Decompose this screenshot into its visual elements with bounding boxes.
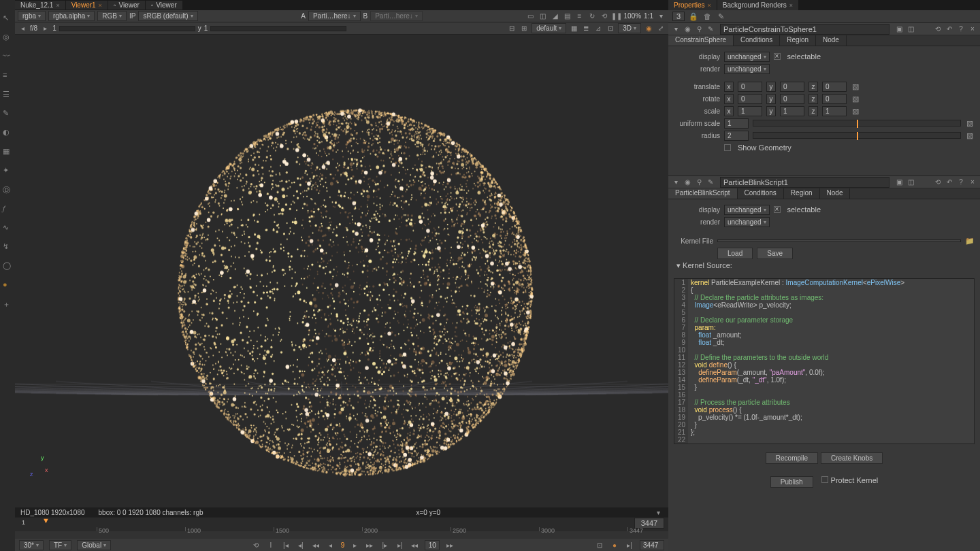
channel-dropdown[interactable]: rgba xyxy=(18,11,46,21)
anim-icon[interactable]: ▧ xyxy=(965,118,975,128)
nt-region[interactable]: Region xyxy=(784,188,820,199)
curve-icon[interactable]: 〰 xyxy=(3,52,12,61)
sync-icon[interactable]: ⟲ xyxy=(600,12,609,21)
find-icon[interactable]: ⚲ xyxy=(694,178,704,187)
nt-conditions[interactable]: Conditions xyxy=(738,188,784,199)
bolt-icon[interactable]: ↯ xyxy=(3,242,12,252)
enable-icon[interactable]: ◉ xyxy=(683,24,692,34)
lines-icon[interactable]: ≡ xyxy=(575,12,585,21)
lut-dropdown[interactable]: sRGB (default) xyxy=(138,11,197,21)
layer-dropdown[interactable]: rgba.alpha xyxy=(48,11,95,21)
skip-value[interactable]: 10 xyxy=(425,540,440,550)
sx-field[interactable]: 1 xyxy=(738,106,762,116)
ry-field[interactable]: 0 xyxy=(780,94,804,104)
wave-icon[interactable]: ∿ xyxy=(3,223,12,233)
uscale-slider[interactable] xyxy=(753,120,961,127)
tab-viewer3[interactable]: ◦ Viewer xyxy=(146,1,183,10)
enable-icon[interactable]: ◉ xyxy=(683,178,692,187)
handles-icon[interactable]: ⊡ xyxy=(606,24,615,33)
cube-icon[interactable]: ▦ xyxy=(3,147,12,156)
display-dropdown[interactable]: unchanged xyxy=(724,52,770,62)
ratio-value[interactable]: 1:1 xyxy=(644,12,653,20)
wipe-icon[interactable]: ▭ xyxy=(526,12,536,21)
chevron-down-icon[interactable]: ▾ xyxy=(671,178,681,187)
undo-icon[interactable]: ↶ xyxy=(945,178,954,187)
exposure-slider[interactable] xyxy=(59,26,195,31)
proxy-dropdown[interactable]: default xyxy=(532,23,566,33)
grid-icon[interactable]: ⊞ xyxy=(519,24,529,33)
kernel-source-editor[interactable]: 1kernel ParticleExampleKernel : ImageCom… xyxy=(674,278,975,444)
gamma-slider[interactable] xyxy=(210,26,346,31)
chevron-down-icon[interactable]: ▾ xyxy=(653,507,663,517)
anim-icon[interactable]: ▧ xyxy=(851,94,860,103)
next-key-icon[interactable]: |▸ xyxy=(380,540,389,550)
node-name-field[interactable]: ParticleBlinkScript1 xyxy=(720,177,889,188)
uscale-field[interactable]: 1 xyxy=(724,118,749,129)
edit-icon[interactable]: ✎ xyxy=(706,178,715,187)
step-back-icon[interactable]: ◂◂ xyxy=(311,540,321,550)
float-icon[interactable]: ◫ xyxy=(906,178,915,187)
y-value[interactable]: 1 xyxy=(204,24,208,32)
step-fwd-icon[interactable]: ▸▸ xyxy=(365,540,374,550)
selectable-checkbox[interactable] xyxy=(774,53,781,60)
close-icon[interactable]: × xyxy=(56,2,59,9)
close-icon[interactable]: × xyxy=(968,178,977,187)
out-frame[interactable]: 3447 xyxy=(640,540,664,550)
help-icon[interactable]: ? xyxy=(956,178,966,187)
radius-field[interactable]: 2 xyxy=(724,131,749,141)
plus-icon[interactable]: ＋ xyxy=(3,299,12,309)
overlay-icon[interactable]: ≣ xyxy=(581,24,591,33)
spark-icon[interactable]: ✦ xyxy=(3,166,12,176)
delete-icon[interactable]: 🗑 xyxy=(702,12,712,21)
tf-dropdown[interactable]: TF xyxy=(49,540,71,550)
nt-conditions[interactable]: Conditions xyxy=(734,35,780,46)
anim-icon[interactable]: ▧ xyxy=(965,131,975,140)
nt-region[interactable]: Region xyxy=(780,35,816,46)
lock-icon[interactable]: ⊡ xyxy=(595,540,604,550)
createknobs-button[interactable]: Create Knobs xyxy=(821,452,883,464)
prev-key-icon[interactable]: ◂| xyxy=(296,540,306,550)
d-icon[interactable]: Ⓓ xyxy=(3,185,12,195)
dot-icon[interactable]: ● xyxy=(3,280,12,290)
node-name-field[interactable]: ParticleConstrainToSphere1 xyxy=(720,24,889,35)
load-button[interactable]: Load xyxy=(717,248,753,259)
revert-icon[interactable]: ⟲ xyxy=(933,178,943,187)
sy-field[interactable]: 1 xyxy=(780,106,804,116)
pause-icon[interactable]: ❚❚ xyxy=(612,12,621,21)
tz-field[interactable]: 0 xyxy=(822,82,847,92)
radius-slider[interactable] xyxy=(753,132,961,139)
ip-label[interactable]: IP xyxy=(129,12,135,20)
lines-icon[interactable]: ☰ xyxy=(3,90,12,99)
tx-field[interactable]: 0 xyxy=(738,82,762,92)
ty-field[interactable]: 0 xyxy=(780,82,804,92)
publish-button[interactable]: Publish xyxy=(770,476,813,488)
roi-icon[interactable]: ⊟ xyxy=(507,24,517,33)
sz-field[interactable]: 1 xyxy=(822,106,847,116)
play-back-icon[interactable]: ◂ xyxy=(326,540,336,550)
chevron-down-icon[interactable]: ▾ xyxy=(671,24,681,34)
format-icon[interactable]: ⊿ xyxy=(593,24,603,33)
edit-icon[interactable]: ✎ xyxy=(706,24,715,34)
render-dropdown[interactable]: unchanged xyxy=(724,217,770,227)
zoom-value[interactable]: 100% xyxy=(624,12,642,20)
current-frame[interactable]: 9 xyxy=(341,541,345,549)
tab-viewer2[interactable]: ◦ Viewer xyxy=(108,1,146,10)
close-icon[interactable]: × xyxy=(708,2,711,9)
kernelfile-field[interactable] xyxy=(717,239,961,242)
gamma-icon[interactable]: ◢ xyxy=(551,12,560,21)
next-icon[interactable]: ▸ xyxy=(40,24,50,33)
blur-icon[interactable]: ◐ xyxy=(3,128,12,137)
dock-icon[interactable]: ▣ xyxy=(894,178,904,187)
tab-viewer1[interactable]: Viewer1× xyxy=(66,1,108,10)
play-icon[interactable]: ▸ xyxy=(350,540,359,550)
fps-dropdown[interactable]: 30* xyxy=(19,540,44,550)
edit-icon[interactable]: ✎ xyxy=(716,12,725,21)
safe-icon[interactable]: ▦ xyxy=(569,24,578,33)
out-icon[interactable]: ▸| xyxy=(625,540,634,550)
display-dropdown[interactable]: unchanged xyxy=(724,205,770,215)
input-a-dropdown[interactable]: Parti…here↓ xyxy=(308,11,361,21)
nt-node[interactable]: Node xyxy=(820,188,851,199)
anim-icon[interactable]: ▧ xyxy=(851,82,860,91)
revert-icon[interactable]: ⟲ xyxy=(933,24,943,34)
camera-icon[interactable]: ◉ xyxy=(644,24,653,33)
